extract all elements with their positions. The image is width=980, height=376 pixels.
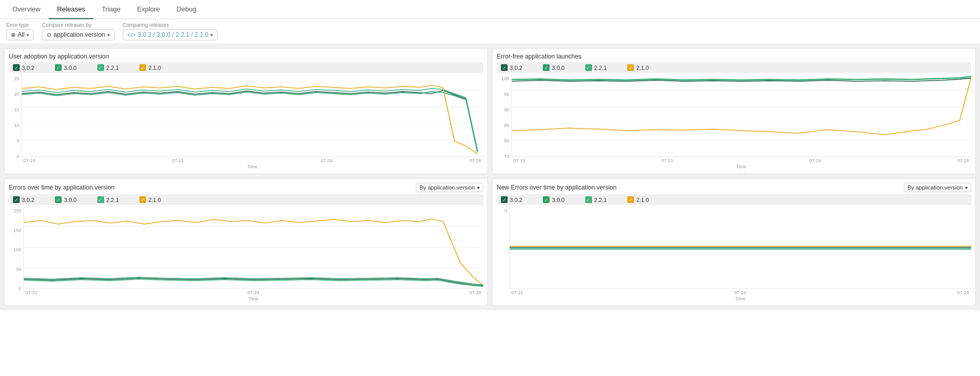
eot-legend-221[interactable]: ✓ 2.2.1: [97, 196, 119, 203]
user-adoption-y-axis: 25 20 15 10 5 0: [9, 74, 21, 169]
ne-legend-210[interactable]: ✓ 2.1.0: [627, 196, 648, 203]
eot-legend-302[interactable]: ✓ 3.0.2: [13, 196, 34, 203]
dropdown-arrow: ▾: [477, 185, 480, 191]
errors-over-time-dropdown[interactable]: By application.version ▾: [416, 183, 483, 192]
eot-x-axis: 07-21 07-24 07-26: [23, 289, 483, 296]
ef-legend-210[interactable]: ✓ 2.1.0: [627, 64, 648, 71]
error-free-chart: 100 95 90 85 80 75: [497, 74, 971, 169]
toolbar: Error type ⊗ All ▾ Compare releases by ⊙…: [0, 19, 980, 44]
comparing-group: Comparing releases </> 3.0.2 / 3.0.0 / 2…: [123, 22, 218, 40]
user-adoption-legend: ✓ 3.0.2 ✓ 3.0.0 ✓ 2.2.1 ✓ 2.1.0: [9, 62, 483, 73]
tab-debug[interactable]: Debug: [168, 0, 205, 19]
error-free-x-axis: 07-19 07-21 07-24 07-26: [511, 157, 971, 164]
ne-x-axis: 07-21 07-24 07-26: [509, 289, 971, 296]
new-errors-panel: New Errors over time by application.vers…: [492, 178, 976, 306]
new-errors-header: New Errors over time by application.vers…: [497, 183, 971, 192]
ne-x-label: Time: [509, 296, 971, 301]
tab-triage[interactable]: Triage: [93, 0, 128, 19]
ne-legend-300[interactable]: ✓ 3.0.0: [543, 196, 564, 203]
comparing-icon: </>: [127, 32, 136, 38]
ef-legend-302[interactable]: ✓ 3.0.2: [501, 64, 522, 71]
tab-releases[interactable]: Releases: [49, 0, 93, 19]
error-free-x-label: Time: [511, 164, 971, 169]
error-type-group: Error type ⊗ All ▾: [6, 22, 34, 40]
eot-legend-210[interactable]: ✓ 2.1.0: [139, 196, 161, 203]
user-adoption-title: User adoption by application.version: [9, 53, 483, 60]
legend-item-300[interactable]: ✓ 3.0.0: [55, 64, 76, 71]
tab-overview[interactable]: Overview: [4, 0, 49, 19]
comparing-label: Comparing releases: [123, 22, 218, 28]
user-adoption-chart: 25 20 15 10 5 0: [9, 74, 483, 169]
legend-item-302[interactable]: ✓ 3.0.2: [13, 64, 34, 71]
comparing-select[interactable]: </> 3.0.2 / 3.0.0 / 2.2.1 / 2.1.0 ▾: [123, 29, 218, 40]
compare-by-label: Compare releases by: [42, 22, 114, 28]
new-errors-dropdown-arrow: ▾: [965, 185, 968, 191]
ne-legend: ✓ 3.0.2 ✓ 3.0.0 ✓ 2.2.1 ✓ 2.1.0: [497, 194, 971, 205]
comparing-arrow: ▾: [210, 32, 213, 38]
compare-by-arrow: ▾: [107, 32, 110, 38]
error-type-arrow: ▾: [26, 32, 29, 38]
user-adoption-x-label: Time: [21, 164, 483, 169]
compare-by-icon: ⊙: [47, 32, 51, 38]
ne-legend-302[interactable]: ✓ 3.0.2: [501, 196, 522, 203]
compare-by-group: Compare releases by ⊙ application.versio…: [42, 22, 114, 40]
errors-over-time-chart: 200 150 100 50 0: [9, 206, 483, 301]
ef-legend-221[interactable]: ✓ 2.2.1: [585, 64, 607, 71]
error-type-icon: ⊗: [11, 32, 16, 38]
ne-legend-221[interactable]: ✓ 2.2.1: [585, 196, 607, 203]
eot-legend: ✓ 3.0.2 ✓ 3.0.0 ✓ 2.2.1 ✓ 2.1.0: [9, 194, 483, 205]
nav-tabs: Overview Releases Triage Explore Debug: [0, 0, 980, 19]
user-adoption-x-axis: 07-19 07-21 07-24 07-26: [21, 157, 483, 164]
error-type-select[interactable]: ⊗ All ▾: [6, 29, 34, 40]
error-type-label: Error type: [6, 22, 34, 28]
new-errors-title: New Errors over time by application.vers…: [497, 184, 616, 191]
ef-legend-300[interactable]: ✓ 3.0.0: [543, 64, 564, 71]
new-errors-dropdown[interactable]: By application.version ▾: [904, 183, 971, 192]
compare-by-select[interactable]: ⊙ application.version ▾: [42, 29, 114, 40]
errors-over-time-title: Errors over time by application.version: [9, 184, 114, 191]
error-free-panel: Error-free application launches ✓ 3.0.2 …: [492, 48, 976, 174]
error-free-title: Error-free application launches: [497, 53, 971, 60]
main-grid: User adoption by application.version ✓ 3…: [0, 44, 980, 310]
legend-item-221[interactable]: ✓ 2.2.1: [97, 64, 119, 71]
new-errors-chart: 0 07-21 07-24 07: [497, 206, 971, 301]
error-free-y-axis: 100 95 90 85 80 75: [497, 74, 511, 169]
ne-y-axis: 0: [497, 206, 509, 301]
tab-explore[interactable]: Explore: [129, 0, 168, 19]
legend-item-210[interactable]: ✓ 2.1.0: [139, 64, 161, 71]
eot-y-axis: 200 150 100 50 0: [9, 206, 23, 301]
error-free-legend: ✓ 3.0.2 ✓ 3.0.0 ✓ 2.2.1 ✓ 2.1.0: [497, 62, 971, 73]
eot-x-label: Time: [23, 296, 483, 301]
errors-over-time-header: Errors over time by application.version …: [9, 183, 483, 192]
user-adoption-panel: User adoption by application.version ✓ 3…: [4, 48, 488, 174]
eot-legend-300[interactable]: ✓ 3.0.0: [55, 196, 76, 203]
errors-over-time-panel: Errors over time by application.version …: [4, 178, 488, 306]
